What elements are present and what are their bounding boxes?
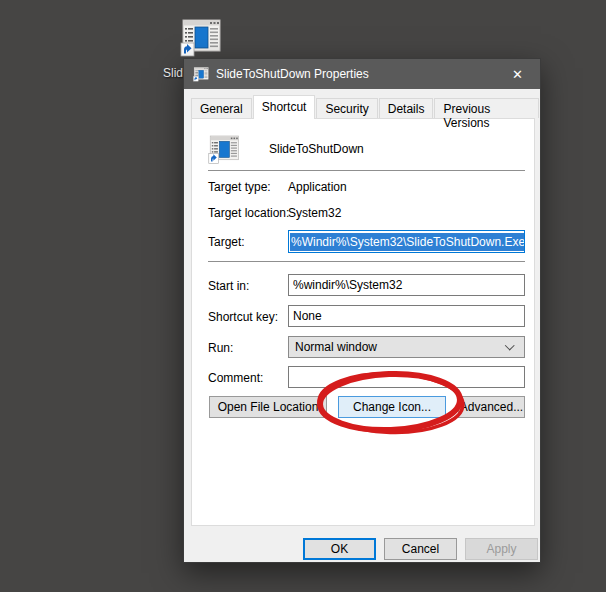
close-icon: ✕ — [512, 67, 523, 82]
shortcut-name: SlideToShutDown — [269, 142, 364, 156]
shortcut-key-label: Shortcut key: — [208, 310, 278, 324]
target-label: Target: — [208, 235, 245, 249]
cancel-button[interactable]: Cancel — [384, 538, 457, 560]
run-label: Run: — [208, 341, 233, 355]
open-file-location-button[interactable]: Open File Location — [209, 396, 327, 418]
advanced-button[interactable]: Advanced... — [458, 396, 525, 418]
target-type-label: Target type: — [208, 180, 271, 194]
comment-input[interactable] — [288, 366, 525, 388]
tab-general[interactable]: General — [191, 98, 252, 118]
window-title: SlideToShutDown Properties — [216, 67, 495, 81]
ok-button[interactable]: OK — [303, 538, 376, 560]
comment-label: Comment: — [208, 371, 263, 385]
separator — [208, 261, 525, 262]
apply-button[interactable]: Apply — [465, 538, 538, 560]
target-location-value: System32 — [288, 206, 341, 220]
target-input-selected-text: %Windir%\System32\SlideToShutDown.Exe — [290, 233, 525, 251]
tab-shortcut[interactable]: Shortcut — [253, 95, 316, 119]
run-dropdown[interactable]: Normal window — [288, 336, 525, 358]
run-dropdown-value: Normal window — [295, 340, 377, 354]
properties-dialog: SlideToShutDown Properties ✕ General Sho… — [183, 58, 541, 563]
shortcut-tab-page: SlideToShutDown Target type: Application… — [191, 118, 535, 526]
app-window-icon — [193, 66, 209, 82]
tab-security[interactable]: Security — [316, 98, 377, 118]
close-button[interactable]: ✕ — [495, 59, 540, 89]
tab-details[interactable]: Details — [379, 98, 434, 118]
tab-previous-versions[interactable]: Previous Versions — [434, 98, 539, 118]
titlebar[interactable]: SlideToShutDown Properties ✕ — [184, 59, 540, 89]
shortcut-key-input[interactable] — [288, 305, 525, 327]
target-input[interactable]: %Windir%\System32\SlideToShutDown.Exe — [288, 230, 525, 253]
change-icon-button[interactable]: Change Icon... — [338, 396, 446, 418]
tab-strip: General Shortcut Security Details Previo… — [191, 96, 540, 118]
chevron-down-icon — [507, 343, 515, 351]
desktop-icon-slidetoshutdown[interactable]: Slide — [178, 16, 224, 61]
separator — [208, 170, 525, 171]
target-type-value: Application — [288, 180, 347, 194]
shortcut-app-icon — [208, 133, 240, 165]
target-location-label: Target location: — [208, 206, 289, 220]
start-in-input[interactable] — [288, 274, 525, 296]
start-in-label: Start in: — [208, 279, 249, 293]
app-window-icon — [180, 16, 222, 58]
